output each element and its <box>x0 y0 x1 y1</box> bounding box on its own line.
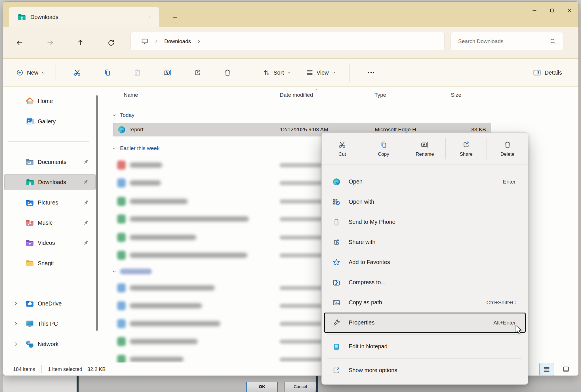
edge-icon <box>117 125 126 134</box>
sidebar-item-snagit[interactable]: Snagit <box>4 255 96 271</box>
menu-item-open[interactable]: OpenEnter <box>324 172 526 192</box>
minimize-button[interactable] <box>526 2 543 19</box>
column-header-name[interactable]: Name <box>124 92 138 98</box>
menu-item-compress-to[interactable]: Compress to... <box>324 272 526 292</box>
quick-action-copy[interactable]: Copy <box>363 140 404 157</box>
ok-button[interactable]: OK <box>246 382 278 392</box>
sidebar-item-onedrive[interactable]: OneDrive <box>4 296 96 311</box>
group-header-today[interactable]: Today <box>111 108 134 123</box>
paste-button[interactable] <box>129 65 145 81</box>
menu-item-add-to-favorites[interactable]: Add to Favorites <box>324 252 526 272</box>
back-button[interactable] <box>12 35 27 50</box>
delete-icon <box>503 140 512 149</box>
menu-item-send-to-my-phone[interactable]: Send to My Phone <box>324 212 526 232</box>
chevron-right-icon[interactable] <box>13 321 19 327</box>
list-view-icon <box>543 365 551 373</box>
chevron-right-icon[interactable] <box>13 341 19 347</box>
forward-button[interactable] <box>43 35 57 50</box>
sidebar-item-network[interactable]: Network <box>4 336 96 352</box>
maximize-button[interactable] <box>543 2 561 19</box>
menu-item-share-with[interactable]: Share with <box>324 232 526 252</box>
sort-button[interactable]: Sort <box>259 66 294 79</box>
cut-icon <box>73 68 81 77</box>
sidebar-item-label: Gallery <box>38 118 96 125</box>
breadcrumb-location[interactable]: Downloads <box>164 38 191 45</box>
submenu-chevron-icon <box>332 238 341 246</box>
sidebar-separator <box>8 141 89 142</box>
cut-button[interactable] <box>69 65 85 81</box>
view-list-icon <box>306 69 314 77</box>
quick-action-share[interactable]: Share <box>446 140 487 157</box>
sidebar-scrollbar[interactable] <box>96 95 98 331</box>
cut-icon <box>338 140 346 149</box>
sidebar-item-this-pc[interactable]: This PC <box>4 316 96 332</box>
cancel-button[interactable]: Cancel <box>285 382 316 392</box>
refresh-button[interactable] <box>104 35 118 50</box>
copy-button[interactable] <box>99 65 115 81</box>
tab-close-button[interactable] <box>145 12 155 22</box>
quick-action-rename[interactable]: ARename <box>404 140 445 157</box>
quick-action-label: Copy <box>378 151 389 157</box>
search-input[interactable] <box>451 38 550 45</box>
new-tab-button[interactable] <box>170 12 180 22</box>
column-separator[interactable] <box>441 91 441 101</box>
chevron-right-icon[interactable] <box>13 300 19 307</box>
column-separator[interactable] <box>277 91 277 101</box>
sidebar-item-music[interactable]: Music <box>4 215 96 231</box>
blurred-date <box>280 322 322 326</box>
group-header-earlier-this-week[interactable]: Earlier this week <box>111 141 159 156</box>
menu-item-label: Show more options <box>349 367 397 374</box>
submenu-chevron-icon <box>332 278 341 287</box>
this-pc-icon <box>25 319 34 328</box>
details-button-label: Details <box>545 69 562 76</box>
new-button[interactable]: New <box>12 66 49 79</box>
menu-item-show-more-options[interactable]: Show more options <box>324 360 526 380</box>
show-more-icon <box>332 366 341 375</box>
details-pane-button[interactable]: Details <box>529 66 565 80</box>
column-separator[interactable] <box>370 91 370 101</box>
chevron-down-icon <box>111 269 117 274</box>
close-window-button[interactable] <box>561 2 578 19</box>
chevron-down-icon <box>111 146 117 151</box>
more-options-button[interactable] <box>363 65 379 81</box>
sidebar-item-documents[interactable]: Documents <box>4 154 96 170</box>
share-icon <box>462 140 470 149</box>
explorer-tab-downloads[interactable]: Downloads <box>9 7 159 27</box>
share-button[interactable] <box>190 65 205 81</box>
view-button[interactable]: View <box>302 66 339 79</box>
xls-file-icon <box>117 197 126 206</box>
address-bar[interactable]: Downloads <box>131 32 444 50</box>
sidebar-item-pictures[interactable]: Pictures <box>4 195 96 210</box>
blurred-file-name <box>130 339 198 344</box>
sidebar-item-videos[interactable]: Videos <box>4 235 96 251</box>
home-icon <box>25 96 34 106</box>
up-button[interactable] <box>73 35 88 50</box>
pin-icon <box>83 219 89 226</box>
sidebar-item-home[interactable]: Home <box>4 93 96 109</box>
large-icons-view-toggle[interactable] <box>559 363 573 376</box>
menu-item-label: Copy as path <box>349 299 382 306</box>
menu-item-properties[interactable]: PropertiesAlt+Enter <box>324 313 526 333</box>
quick-action-label: Share <box>460 151 472 157</box>
column-separator[interactable] <box>494 91 494 101</box>
blurred-file-name <box>130 321 220 326</box>
sidebar-item-downloads[interactable]: Downloads <box>4 174 96 190</box>
menu-item-open-with[interactable]: Open with <box>324 192 526 212</box>
sidebar-item-gallery[interactable]: Gallery <box>4 113 96 129</box>
rename-button[interactable]: A <box>159 65 175 81</box>
folder-music-icon <box>25 218 34 227</box>
close-icon <box>149 14 151 20</box>
details-view-toggle[interactable] <box>539 363 554 376</box>
toolbar: New A Sort View <box>3 58 578 87</box>
search-icon <box>550 38 556 45</box>
quick-action-cut[interactable]: Cut <box>322 140 363 157</box>
menu-item-copy-as-path[interactable]: Copy as pathCtrl+Shift+C <box>324 292 526 313</box>
column-header-type[interactable]: Type <box>374 92 386 98</box>
quick-action-delete[interactable]: Delete <box>487 140 528 157</box>
menu-item-edit-in-notepad[interactable]: Edit in Notepad <box>324 336 526 357</box>
menu-item-label: Compress to... <box>349 279 386 286</box>
delete-button[interactable] <box>220 65 235 81</box>
group-header-last-week[interactable] <box>111 264 152 279</box>
column-header-date-modified[interactable]: Date modified <box>280 92 313 98</box>
column-header-size[interactable]: Size <box>451 92 461 98</box>
